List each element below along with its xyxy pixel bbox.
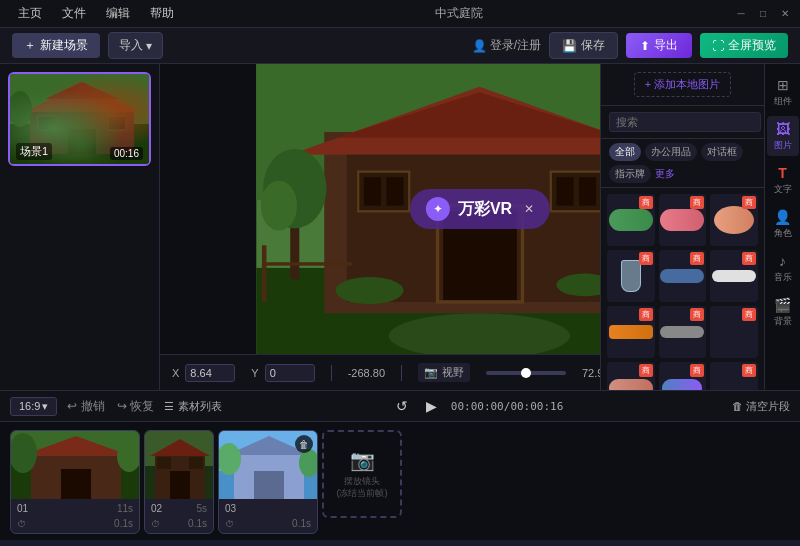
delete-clip-button[interactable]: 🗑 <box>295 435 313 453</box>
clip-03[interactable]: 🗑 03 ⏱ 0.1s <box>218 430 318 534</box>
tab-music-label: 音乐 <box>774 271 792 284</box>
zoom-slider[interactable] <box>486 371 566 375</box>
watermark-text: 万彩VR <box>458 199 512 220</box>
sticker-pill-green[interactable]: 商 <box>607 194 655 246</box>
sticker-pill-long[interactable]: 商 <box>607 362 655 390</box>
scene-thumbnail[interactable]: 场景1 00:16 <box>8 72 151 166</box>
filter-office[interactable]: 办公用品 <box>645 143 697 161</box>
sticker-grid: 商 商 商 商 商 商 商 商 <box>601 188 764 390</box>
svg-point-33 <box>336 277 404 304</box>
material-list-button[interactable]: ☰ 素材列表 <box>164 399 222 414</box>
tab-text[interactable]: T 文字 <box>767 160 799 200</box>
watermark-overlay: ✦ 万彩VR ✕ <box>410 189 550 229</box>
x-label: X <box>172 367 179 379</box>
sticker-plate-blue[interactable]: 商 <box>659 250 707 302</box>
scene-label: 场景1 <box>16 143 52 160</box>
sticker-bar-gray[interactable]: 商 <box>659 306 707 358</box>
export-button[interactable]: ⬆ 导出 <box>626 33 692 58</box>
clip-number: 03 <box>225 503 236 514</box>
zoom-slider-thumb <box>521 368 531 378</box>
sticker-shape <box>660 209 704 231</box>
pro-badge: 商 <box>690 196 704 209</box>
sticker-shape <box>609 209 653 231</box>
svg-marker-4 <box>24 84 140 112</box>
time-display: 00:00:00/00:00:16 <box>451 400 564 413</box>
menu-file[interactable]: 文件 <box>52 0 96 27</box>
svg-point-10 <box>134 89 151 119</box>
svg-point-9 <box>10 91 32 127</box>
watermark-close-button[interactable]: ✕ <box>524 202 534 216</box>
close-button[interactable]: ✕ <box>778 7 792 21</box>
clock-icon: ⏱ <box>17 519 26 529</box>
filter-dialog[interactable]: 对话框 <box>701 143 743 161</box>
sticker-extra[interactable]: 商 <box>710 362 758 390</box>
tab-music[interactable]: ♪ 音乐 <box>767 248 799 288</box>
sticker-empty[interactable]: 商 <box>710 306 758 358</box>
sticker-oval-peach[interactable]: 商 <box>710 194 758 246</box>
pro-badge: 商 <box>639 196 653 209</box>
save-button[interactable]: 💾 保存 <box>549 32 618 59</box>
components-icon: ⊞ <box>777 77 789 93</box>
pro-badge: 商 <box>690 308 704 321</box>
filter-more[interactable]: 更多 <box>655 167 675 181</box>
play-button[interactable]: ▶ <box>421 395 443 417</box>
tab-background[interactable]: 🎬 背景 <box>767 292 799 332</box>
z-value: -268.80 <box>348 367 385 379</box>
camera-view-btn[interactable]: 📷 视野 <box>418 363 470 382</box>
svg-rect-51 <box>157 457 171 469</box>
toolbar: ＋ 新建场景 导入 ▾ 👤 登录/注册 💾 保存 ⬆ 导出 ⛶ 全屏预览 <box>0 28 800 64</box>
y-label: Y <box>251 367 258 379</box>
undo-button[interactable]: ↩ 撤销 <box>65 396 106 417</box>
clear-button[interactable]: 🗑 清空片段 <box>732 399 790 414</box>
login-button[interactable]: 👤 登录/注册 <box>472 37 541 54</box>
watermark-icon: ✦ <box>426 197 450 221</box>
filter-all[interactable]: 全部 <box>609 143 641 161</box>
sticker-shape <box>660 269 704 283</box>
search-box: 🔍 <box>601 106 764 139</box>
sticker-shape <box>712 270 756 282</box>
minimize-button[interactable]: ─ <box>734 7 748 21</box>
export-icon: ⬆ <box>640 39 650 53</box>
pro-badge: 商 <box>639 308 653 321</box>
menu-home[interactable]: 主页 <box>8 0 52 27</box>
new-scene-button[interactable]: ＋ 新建场景 <box>12 33 100 58</box>
pro-badge: 商 <box>639 364 653 377</box>
sticker-capsule-blue[interactable]: 商 <box>659 362 707 390</box>
tab-images[interactable]: 🖼 图片 <box>767 116 799 156</box>
fullscreen-preview-button[interactable]: ⛶ 全屏预览 <box>700 33 788 58</box>
list-icon: ☰ <box>164 400 174 413</box>
plus-icon: ＋ <box>24 37 36 54</box>
svg-point-30 <box>261 181 297 231</box>
clip-speed: 0.1s <box>188 518 207 529</box>
sticker-bar-orange[interactable]: 商 <box>607 306 655 358</box>
add-photo-button[interactable]: + 添加本地图片 <box>634 72 731 97</box>
tab-components-label: 组件 <box>774 95 792 108</box>
clip-01[interactable]: 01 11s ⏱ 0.1s <box>10 430 140 534</box>
content-panel: + 添加本地图片 🔍 全部 办公用品 对话框 指示牌 更多 商 商 商 商 <box>600 64 764 390</box>
svg-rect-50 <box>170 471 190 499</box>
svg-rect-23 <box>364 177 381 205</box>
add-clip-button[interactable]: 📷 摆放镜头(冻结当前帧) <box>322 430 402 518</box>
aspect-ratio-button[interactable]: 16:9 ▾ <box>10 397 57 416</box>
svg-rect-6 <box>68 129 96 159</box>
maximize-button[interactable]: □ <box>756 7 770 21</box>
tab-components[interactable]: ⊞ 组件 <box>767 72 799 112</box>
clip-duration: 11s <box>117 503 133 514</box>
separator-2 <box>401 365 402 381</box>
sticker-bar-white[interactable]: 商 <box>710 250 758 302</box>
search-input[interactable] <box>609 112 761 132</box>
redo-button[interactable]: ↪ 恢复 <box>115 396 156 417</box>
filter-sign[interactable]: 指示牌 <box>609 165 651 183</box>
sticker-pill-pink[interactable]: 商 <box>659 194 707 246</box>
tab-character[interactable]: 👤 角色 <box>767 204 799 244</box>
menu-help[interactable]: 帮助 <box>140 0 184 27</box>
app-title: 中式庭院 <box>184 5 734 22</box>
menu-edit[interactable]: 编辑 <box>96 0 140 27</box>
import-button[interactable]: 导入 ▾ <box>108 32 163 59</box>
sticker-cup[interactable]: 商 <box>607 250 655 302</box>
y-input[interactable] <box>265 364 315 382</box>
reset-button[interactable]: ↺ <box>391 395 413 417</box>
clip-02[interactable]: 02 5s ⏱ 0.1s <box>144 430 214 534</box>
x-input[interactable] <box>185 364 235 382</box>
tab-background-label: 背景 <box>774 315 792 328</box>
